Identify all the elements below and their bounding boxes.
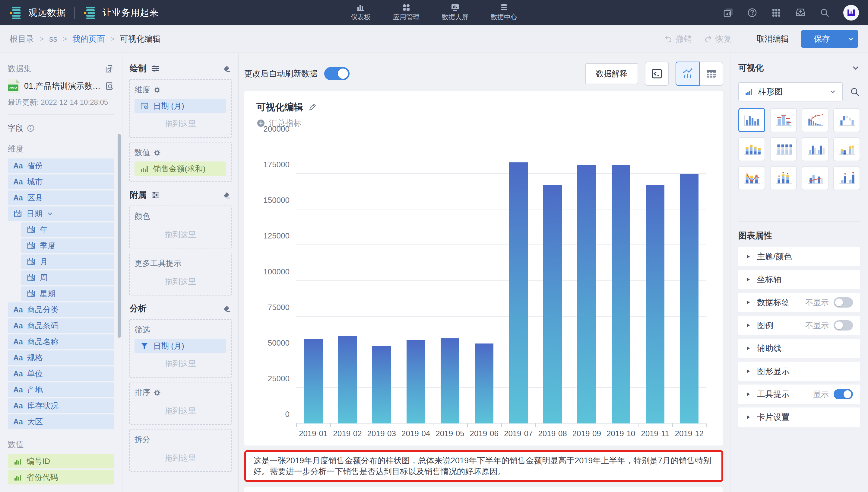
property-toggle[interactable] (834, 389, 853, 399)
chart-type-select[interactable]: 柱形图 (738, 82, 843, 101)
tooltip-shelf[interactable]: 更多工具提示 拖到这里 (129, 253, 232, 295)
field-chip[interactable]: Aa规格 (8, 350, 114, 365)
dataset-item[interactable]: csv 01.产品培训演示数据… (8, 79, 114, 93)
field-chip[interactable]: 星期 (21, 287, 114, 301)
field-chip[interactable]: Aa库存状况 (8, 398, 114, 413)
chart-property-row[interactable]: 工具提示显示 (738, 385, 860, 404)
chart-type-stacked-column[interactable] (738, 137, 765, 161)
inbox-download-icon[interactable] (795, 7, 806, 18)
field-chip[interactable]: Aa区县 (8, 191, 114, 205)
field-chip[interactable]: 周 (21, 270, 114, 285)
bar-2019-07[interactable] (509, 163, 528, 423)
chart-property-row[interactable]: 卡片设置 (738, 408, 860, 427)
color-shelf[interactable]: 颜色 拖到这里 (129, 205, 232, 248)
app-grid-icon[interactable] (771, 7, 782, 18)
chart-type-column[interactable] (738, 108, 765, 132)
breadcrumb-item[interactable]: 根目录 (10, 33, 34, 44)
filter-shelf[interactable]: 筛选 日期 (月) 拖到这里 (129, 319, 232, 377)
redo-button[interactable]: 恢复 (704, 33, 732, 44)
chart-type-stacked-line-combo[interactable] (738, 166, 765, 190)
clear-analysis-icon[interactable] (222, 304, 231, 313)
bar-2019-02[interactable] (338, 336, 357, 423)
switch-dataset-icon[interactable] (105, 64, 114, 73)
undo-button[interactable]: 撤销 (664, 33, 692, 44)
chart-type-column-target-marker[interactable] (833, 166, 860, 190)
field-chip[interactable]: Aa城市 (8, 174, 114, 189)
bar-2019-11[interactable] (646, 185, 664, 423)
draw-settings-icon[interactable] (151, 64, 160, 73)
bar-2019-09[interactable] (577, 165, 596, 423)
attach-settings-icon[interactable] (151, 191, 160, 199)
measure-chip[interactable]: 编号ID (8, 454, 114, 468)
bar-2019-03[interactable] (372, 346, 391, 423)
field-chip[interactable]: Aa大区 (8, 414, 114, 429)
bar-2019-06[interactable] (475, 344, 493, 423)
field-chip-date[interactable]: 日期 (8, 206, 114, 221)
search-chart-type-button[interactable] (849, 86, 860, 97)
auto-refresh-toggle[interactable] (324, 67, 349, 80)
bar-2019-05[interactable] (441, 338, 459, 423)
measure-chip[interactable]: 省份代码 (8, 470, 114, 485)
code-view-button[interactable] (645, 62, 669, 86)
edit-title-icon[interactable] (308, 103, 317, 112)
chart-type-percent-stacked[interactable] (770, 137, 797, 161)
chart-property-row[interactable]: 数据标签不显示 (738, 293, 860, 312)
field-chip[interactable]: 季度 (21, 239, 114, 253)
dimension-shelf[interactable]: 维度 日期 (月) 拖到这里 (129, 79, 232, 138)
fields-scrollbar[interactable] (117, 134, 121, 338)
preview-dataset-icon[interactable] (105, 81, 114, 91)
chart-property-row[interactable]: 主题/颜色 (738, 247, 860, 266)
field-chip[interactable]: Aa省份 (8, 158, 114, 173)
data-explain-button[interactable]: 数据解释 (585, 63, 638, 84)
bar-2019-08[interactable] (543, 185, 562, 423)
property-toggle[interactable] (834, 320, 853, 330)
bar-2019-04[interactable] (406, 340, 425, 423)
field-chip[interactable]: Aa单位 (8, 366, 114, 381)
nav-dashboard[interactable]: 仪表板 (351, 4, 371, 22)
clear-draw-icon[interactable] (222, 64, 231, 73)
chart-type-waterfall[interactable] (833, 108, 860, 132)
chart-property-row[interactable]: 图例不显示 (738, 316, 860, 335)
chart-type-pareto[interactable] (801, 108, 828, 132)
sort-shelf[interactable]: 排序 拖到这里 (129, 382, 232, 425)
clear-attach-icon[interactable] (222, 191, 231, 199)
report-windows-icon[interactable] (722, 7, 734, 18)
chart-type-grouped-stacked[interactable] (833, 137, 860, 161)
breadcrumb-item[interactable]: 我的页面 (72, 33, 105, 44)
field-chip[interactable]: Aa商品条码 (8, 318, 114, 333)
dimension-shelf-chip[interactable]: 日期 (月) (134, 99, 226, 113)
value-shelf-chip[interactable]: 销售金额(求和) (134, 162, 226, 176)
bar-2019-10[interactable] (612, 165, 630, 423)
field-chip[interactable]: Aa商品分类 (8, 302, 114, 317)
nav-data-center[interactable]: 数据中心 (491, 4, 517, 22)
field-chip[interactable]: 月 (21, 254, 114, 269)
chart-type-grouped-column[interactable] (801, 137, 828, 161)
field-chip[interactable]: Aa产地 (8, 383, 114, 397)
chart-property-row[interactable]: 图形显示 (738, 362, 860, 381)
table-view-button[interactable] (699, 62, 723, 86)
nav-app-management[interactable]: 应用管理 (393, 4, 420, 22)
breadcrumb-item[interactable]: ss (49, 34, 57, 44)
help-icon[interactable] (747, 7, 758, 18)
gear-icon[interactable] (153, 149, 161, 157)
save-options-button[interactable] (843, 30, 858, 48)
chart-view-button[interactable] (676, 62, 700, 86)
chart-type-stacked-marker[interactable] (770, 166, 797, 190)
split-shelf[interactable]: 拆分 拖到这里 (129, 429, 232, 472)
gear-icon[interactable] (153, 86, 161, 94)
field-chip[interactable]: 年 (21, 222, 114, 237)
search-icon[interactable] (819, 7, 830, 18)
bar-2019-01[interactable] (304, 339, 323, 423)
nav-data-screen[interactable]: 数据大屏 (442, 4, 468, 22)
chart-property-row[interactable]: 坐标轴 (738, 270, 860, 289)
user-avatar[interactable] (843, 5, 859, 21)
collapse-panel-icon[interactable] (851, 64, 860, 72)
field-chip[interactable]: Aa商品名称 (8, 335, 114, 349)
property-toggle[interactable] (834, 297, 853, 308)
filter-shelf-chip[interactable]: 日期 (月) (134, 339, 226, 353)
save-button[interactable]: 保存 (801, 30, 843, 48)
bar-2019-12[interactable] (680, 174, 699, 423)
chart-type-column-trend[interactable] (801, 166, 828, 190)
chart-property-row[interactable]: 辅助线 (738, 339, 860, 358)
gear-icon[interactable] (153, 389, 161, 397)
